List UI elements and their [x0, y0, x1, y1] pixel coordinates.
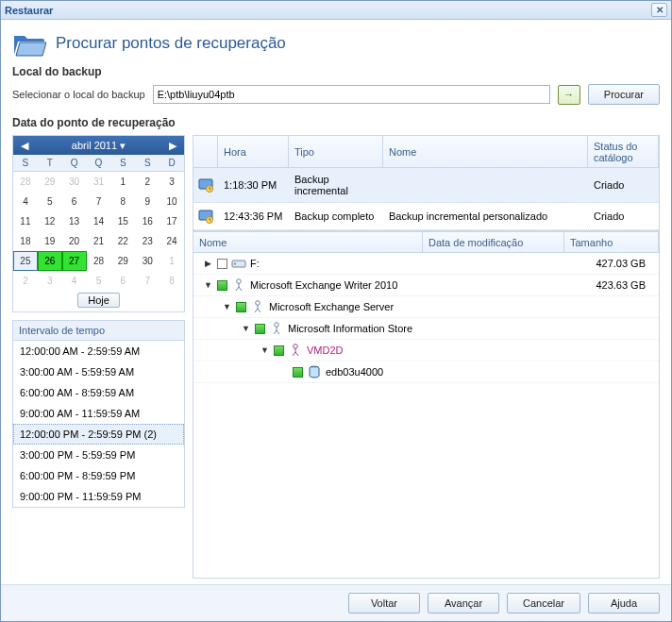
- calendar-day[interactable]: 2: [135, 172, 160, 192]
- calendar-day[interactable]: 3: [38, 271, 62, 291]
- calendar-day[interactable]: 4: [62, 271, 87, 291]
- calendar-day[interactable]: 21: [87, 231, 111, 251]
- calendar-day[interactable]: 28: [13, 172, 38, 192]
- calendar-day[interactable]: 31: [87, 172, 111, 192]
- go-button[interactable]: →: [558, 85, 580, 105]
- backup-location-input[interactable]: [153, 85, 550, 104]
- time-range-item[interactable]: 9:00:00 PM - 11:59:59 PM: [13, 486, 184, 507]
- date-section-label: Data do ponto de recuperação: [12, 116, 660, 129]
- back-button[interactable]: Voltar: [348, 593, 420, 614]
- calendar-day[interactable]: 19: [38, 231, 62, 251]
- calendar-day[interactable]: 25: [13, 251, 38, 271]
- cancel-button[interactable]: Cancelar: [507, 593, 580, 614]
- help-button[interactable]: Ajuda: [588, 593, 660, 614]
- column-header-nome[interactable]: Nome: [383, 136, 588, 167]
- time-range-item[interactable]: 12:00:00 AM - 2:59:59 AM: [13, 341, 184, 361]
- calendar-day[interactable]: 1: [160, 251, 184, 271]
- column-header-tipo[interactable]: Tipo: [289, 136, 383, 167]
- checkbox[interactable]: [255, 324, 265, 334]
- column-header-status[interactable]: Status do catálogo: [588, 136, 659, 167]
- close-button[interactable]: ✕: [651, 3, 667, 17]
- db-icon: [307, 364, 322, 379]
- calendar-day[interactable]: 5: [87, 271, 111, 291]
- calendar-dow: S: [135, 155, 160, 171]
- calendar-day[interactable]: 28: [87, 251, 111, 271]
- calendar-day[interactable]: 18: [13, 231, 38, 251]
- calendar-day[interactable]: 26: [38, 251, 62, 271]
- browse-button[interactable]: Procurar: [588, 84, 660, 105]
- calendar-day[interactable]: 4: [13, 192, 38, 211]
- calendar-day[interactable]: 7: [87, 192, 111, 211]
- column-header-icon[interactable]: [193, 136, 218, 167]
- calendar-day[interactable]: 3: [160, 172, 184, 192]
- calendar-day[interactable]: 13: [62, 211, 87, 231]
- tree-row[interactable]: ▼VMD2D: [193, 340, 659, 361]
- today-button[interactable]: Hoje: [77, 293, 120, 308]
- calendar-day[interactable]: 29: [110, 251, 135, 271]
- tree-row[interactable]: edb03u4000: [193, 361, 659, 383]
- calendar-day[interactable]: 1: [110, 172, 135, 192]
- tree-row[interactable]: ▶F:427.03 GB: [193, 253, 659, 275]
- checkbox[interactable]: [293, 367, 303, 378]
- calendar-day[interactable]: 9: [135, 192, 160, 211]
- column-header-hora[interactable]: Hora: [218, 136, 289, 167]
- calendar-day[interactable]: 10: [160, 192, 184, 211]
- calendar-day[interactable]: 12: [38, 211, 62, 231]
- calendar-day[interactable]: 30: [135, 251, 160, 271]
- calendar-day[interactable]: 2: [13, 271, 38, 291]
- tree-row[interactable]: ▼Microsoft Information Store: [193, 318, 659, 340]
- time-range-item[interactable]: 6:00:00 PM - 8:59:59 PM: [13, 465, 184, 486]
- time-range-item[interactable]: 3:00:00 PM - 5:59:59 PM: [13, 445, 184, 465]
- calendar-day[interactable]: 7: [135, 271, 160, 291]
- calendar-day[interactable]: 29: [38, 172, 62, 192]
- calendar-day[interactable]: 20: [62, 231, 87, 251]
- arrow-right-icon: →: [563, 89, 574, 100]
- checkbox[interactable]: [217, 280, 227, 291]
- calendar-day[interactable]: 17: [160, 211, 184, 231]
- calendar-day[interactable]: 22: [110, 231, 135, 251]
- tree-label: Microsoft Exchange Writer 2010: [250, 279, 397, 291]
- calendar-day[interactable]: 30: [62, 172, 87, 192]
- calendar-next[interactable]: ▶: [165, 140, 180, 152]
- calendar-day[interactable]: 8: [160, 271, 184, 291]
- column-header-file-nome[interactable]: Nome: [193, 232, 423, 252]
- tree-label: edb03u4000: [326, 366, 383, 378]
- tree-label: Microsoft Exchange Server: [269, 301, 394, 312]
- tree-row[interactable]: ▼Microsoft Exchange Server: [193, 296, 659, 318]
- expander-icon[interactable]: ▼: [241, 324, 251, 333]
- time-range-item[interactable]: 6:00:00 AM - 8:59:59 AM: [13, 382, 184, 403]
- time-range-item[interactable]: 12:00:00 PM - 2:59:59 PM (2): [13, 424, 184, 445]
- calendar-day[interactable]: 23: [135, 231, 160, 251]
- tree-row[interactable]: ▼Microsoft Exchange Writer 2010423.63 GB: [193, 275, 659, 296]
- expander-icon[interactable]: ▼: [260, 345, 270, 355]
- expander-icon[interactable]: ▼: [203, 280, 213, 290]
- calendar-prev[interactable]: ◀: [17, 140, 32, 152]
- expander-icon[interactable]: ▼: [222, 302, 232, 311]
- location-section-label: Local do backup: [12, 65, 660, 78]
- checkbox[interactable]: [236, 302, 246, 312]
- calendar-day[interactable]: 14: [87, 211, 111, 231]
- expander-icon[interactable]: ▶: [203, 259, 213, 268]
- calendar-day[interactable]: 24: [160, 231, 184, 251]
- checkbox[interactable]: [217, 259, 227, 269]
- checkbox[interactable]: [274, 345, 284, 356]
- calendar-day[interactable]: 5: [38, 192, 62, 211]
- column-header-file-data[interactable]: Data de modificação: [423, 232, 564, 252]
- backup-row[interactable]: 12:43:36 PMBackup completoBackup increme…: [193, 203, 659, 230]
- next-button[interactable]: Avançar: [428, 593, 499, 614]
- drive-icon: [231, 256, 246, 271]
- calendar-day[interactable]: 8: [110, 192, 135, 211]
- calendar-day[interactable]: 15: [110, 211, 135, 231]
- column-header-file-tamanho[interactable]: Tamanho: [564, 232, 659, 252]
- calendar-day[interactable]: 11: [13, 211, 38, 231]
- time-range-item[interactable]: 3:00:00 AM - 5:59:59 AM: [13, 361, 184, 382]
- backup-row[interactable]: 1:18:30 PMBackup incrementalCriado: [193, 168, 659, 203]
- calendar-day[interactable]: 16: [135, 211, 160, 231]
- time-range-item[interactable]: 9:00:00 AM - 11:59:59 AM: [13, 403, 184, 424]
- calendar-day[interactable]: 6: [62, 192, 87, 211]
- close-icon: ✕: [656, 5, 664, 15]
- svg-point-6: [237, 279, 242, 284]
- calendar-month-picker[interactable]: abril 2011 ▾: [72, 140, 126, 152]
- calendar-day[interactable]: 6: [110, 271, 135, 291]
- calendar-day[interactable]: 27: [62, 251, 87, 271]
